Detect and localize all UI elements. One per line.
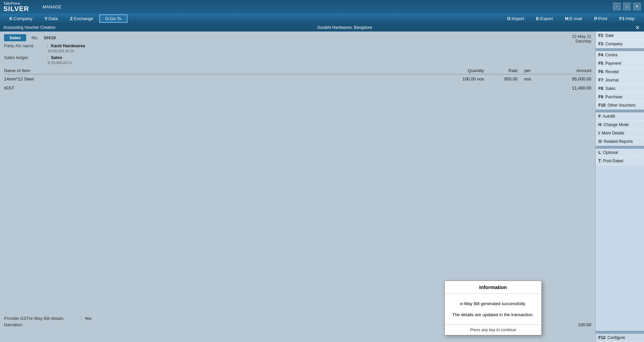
voucher-day: Saturday [572,39,591,44]
menu-import[interactable]: O:Import [501,15,530,22]
narration-label: Narration: [4,322,78,327]
narration-amount: 100.00 [578,322,591,327]
close-status-button[interactable]: ✕ [634,24,641,31]
item-name: 14mm*12 Steel [4,76,430,81]
info-details-message: The details are updated in the transacti… [450,311,536,318]
party-name-value: Kanti Hardwares [51,43,86,48]
sidebar-item-related-reports[interactable]: O: Related Reports [596,137,644,146]
sidebar-item-date[interactable]: F2: Date [596,32,644,40]
sidebar-item-optional[interactable]: L: Optional [596,149,644,157]
items-table: Name of Item Quantity Rate per Amount 14… [4,68,591,91]
maximize-button[interactable]: □ [623,3,631,10]
sidebar-item-payment[interactable]: F5: Payment [596,59,644,68]
col-header-qty: Quantity [430,68,484,73]
tax-amount: 11,400.00 [538,86,591,91]
item-quantity: 100.00 nos [430,76,484,81]
sales-ledger-value: Sales [51,55,62,60]
app-edition: SILVER [3,5,29,12]
sidebar-divider-2 [596,110,644,112]
status-bar: Accounting Voucher Creation Surabhi Hard… [0,23,644,32]
sidebar-divider-3 [596,146,644,149]
info-success-message: e-Way Bill generated successfully. [450,300,536,307]
close-window-button[interactable]: ✕ [633,3,641,10]
col-header-name: Name of Item [4,68,430,73]
menu-export[interactable]: E:Export [530,15,559,22]
info-dialog-footer: Press any key to continue [445,325,541,335]
item-amount: 95,000.00 [538,76,591,81]
voucher-header: Sales No. SH/10 [4,34,591,41]
voucher-no-label: No. [32,35,38,40]
sidebar-item-configure[interactable]: F12: Configure [596,334,644,342]
menu-bar: K:Company Y:Data Z:Exchange G:Go To O:Im… [0,13,644,23]
menu-data[interactable]: Y:Data [39,15,64,22]
app-logo: TallyPrime SILVER [3,1,29,12]
sidebar-divider-4 [596,331,644,334]
title-bar-controls: − □ ✕ [613,3,641,10]
sidebar-item-autofill[interactable]: F: Autofill [596,112,644,121]
info-dialog-title: Information [445,281,541,294]
party-balance: 34,09,293.33 Dr [48,49,591,53]
table-row: 14mm*12 Steel 100.00 nos 950.00 nos 95,0… [4,76,591,82]
info-dialog: Information e-Way Bill generated success… [444,281,542,335]
party-name-row: Party A/c name : Kanti Hardwares [4,43,591,48]
sales-ledger-label: Sales ledger [4,55,44,60]
manage-label: MANAGE [43,4,61,9]
sidebar-item-company[interactable]: F3: Company [596,40,644,48]
item-rate: 950.00 [484,76,518,81]
gst-field-sep: : [80,316,82,321]
sales-balance: 9,70,000.00 Cr [48,61,591,65]
sidebar-item-post-dated[interactable]: T: Post-Dated [596,157,644,165]
tax-name: IGST [4,86,538,91]
col-header-amount: Amount [538,68,591,73]
sidebar-item-more-details[interactable]: I: More Details [596,129,644,137]
sidebar-item-journal[interactable]: F7: Journal [596,76,644,84]
party-name-sep: : [47,43,48,48]
sidebar-item-receipt[interactable]: F6: Receipt [596,68,644,76]
menu-email[interactable]: M:E-mail [559,15,588,22]
voucher-type-badge: Sales [4,34,26,41]
sidebar-item-change-mode[interactable]: H: Change Mode [596,121,644,129]
sidebar-item-purchase[interactable]: F9: Purchase [596,93,644,101]
table-header: Name of Item Quantity Rate per Amount [4,68,591,74]
voucher-creation-title: Accounting Voucher Creation [3,25,55,30]
item-per: nos [518,76,538,81]
content-area: Sales No. SH/10 22-May-21 Saturday Party… [0,32,595,342]
right-sidebar: F2: Date F3: Company F4: Contra F5: Paym… [595,32,644,342]
gst-field-label: Provide GST/e-Way Bill details [4,316,78,321]
voucher-no-value: SH/10 [44,35,56,40]
sidebar-divider-1 [596,48,644,51]
info-dialog-body: e-Way Bill generated successfully. The d… [445,294,541,325]
menu-help[interactable]: F1:Help [613,15,641,22]
tax-row: IGST 11,400.00 [4,86,591,91]
sidebar-item-sales[interactable]: F8: Sales [596,84,644,93]
minimize-button[interactable]: − [613,3,621,10]
menu-company[interactable]: K:Company [3,15,39,22]
voucher-date: 22-May-21 Saturday [572,34,591,44]
sales-ledger-sep: : [47,55,48,60]
title-bar: TallyPrime SILVER MANAGE − □ ✕ [0,0,644,13]
party-name-label: Party A/c name [4,43,44,48]
col-header-per: per [518,68,538,73]
sales-ledger-row: Sales ledger : Sales [4,55,591,60]
sidebar-item-contra[interactable]: F4: Contra [596,51,644,59]
menu-print[interactable]: P:Print [588,15,613,22]
gst-field-value: Yes [85,316,92,321]
menu-exchange[interactable]: Z:Exchange [64,15,99,22]
voucher-date-value: 22-May-21 [572,34,591,39]
sidebar-item-other-vouchers[interactable]: F10: Other Vouchers [596,101,644,110]
main-layout: Sales No. SH/10 22-May-21 Saturday Party… [0,32,644,342]
menu-goto[interactable]: G:Go To [99,14,127,23]
col-header-rate: Rate [484,68,518,73]
company-name: Surabhi Hardwares, Bangalore [317,25,372,30]
